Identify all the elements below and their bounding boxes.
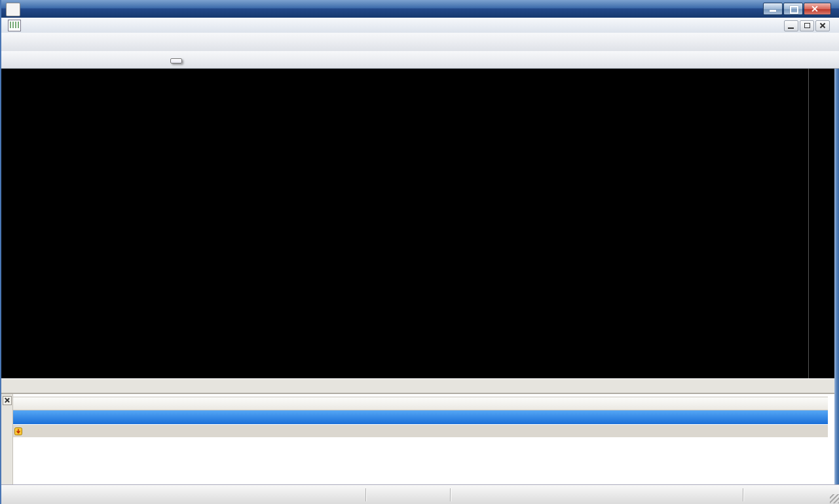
mdi-restore-button[interactable]: [800, 20, 814, 31]
standard-toolbar: [1, 33, 839, 52]
mdi-close-button[interactable]: [815, 20, 830, 31]
minimize-button[interactable]: [763, 3, 783, 15]
window-right-border: [834, 69, 839, 379]
order-row[interactable]: [13, 410, 828, 424]
balance-icon: [14, 427, 22, 435]
drawing-toolbar: [1, 51, 839, 69]
orders-table-header: [13, 397, 828, 410]
terminal-strip: [1, 394, 13, 486]
window-right-border: [834, 393, 839, 484]
chart-area[interactable]: [1, 68, 839, 379]
balance-row: [13, 424, 828, 437]
fxpro-logo-icon: [6, 3, 20, 16]
resize-grip[interactable]: [830, 494, 839, 503]
terminal-panel: [1, 393, 834, 486]
symbol-tab-bar: [1, 378, 834, 393]
metatrader-window: [0, 0, 839, 504]
total-profit: [758, 425, 828, 437]
tooltip: [170, 58, 182, 63]
balance-summary: [25, 425, 758, 437]
time-axis: [7, 366, 808, 379]
terminal-close-icon[interactable]: [3, 396, 12, 405]
window-right-border: [834, 378, 839, 393]
status-bar: [1, 484, 839, 504]
price-axis: [808, 69, 835, 379]
candlestick-chart[interactable]: [7, 70, 808, 366]
menu-bar: [1, 18, 839, 33]
close-button[interactable]: [804, 3, 831, 15]
chart-window-icon: [8, 20, 21, 31]
mdi-minimize-button[interactable]: [784, 20, 798, 31]
maximize-button[interactable]: [783, 3, 803, 15]
title-bar: [1, 0, 839, 18]
